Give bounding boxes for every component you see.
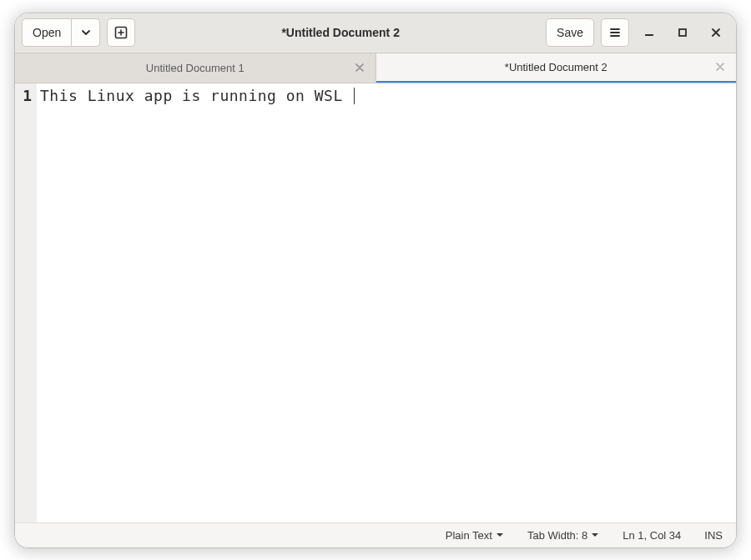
tab-bar: Untitled Document 1 *Untitled Document 2 — [15, 53, 736, 83]
editor-content: This Linux app is running on WSL — [40, 87, 352, 104]
close-button[interactable] — [703, 19, 729, 46]
editor-area: 1 This Linux app is running on WSL — [15, 83, 736, 522]
window-frame: Open *Untitled Document 2 Save — [15, 13, 736, 547]
open-button-group: Open — [22, 18, 100, 47]
window-title: *Untitled Document 2 — [135, 26, 546, 39]
minimize-button[interactable] — [636, 19, 663, 46]
language-selector[interactable]: Plain Text — [446, 529, 504, 542]
headerbar: Open *Untitled Document 2 Save — [15, 13, 736, 53]
minimize-icon — [643, 27, 655, 38]
new-tab-button[interactable] — [107, 18, 135, 47]
tab-width-selector[interactable]: Tab Width: 8 — [527, 529, 599, 542]
chevron-down-icon — [591, 531, 599, 539]
chevron-down-icon — [81, 28, 91, 38]
tab-untitled-1[interactable]: Untitled Document 1 — [15, 53, 376, 83]
tab-close-button[interactable] — [713, 59, 728, 74]
open-recent-button[interactable] — [72, 18, 100, 47]
chevron-down-icon — [496, 531, 504, 539]
status-bar: Plain Text Tab Width: 8 Ln 1, Col 34 INS — [15, 522, 736, 547]
svg-rect-1 — [679, 29, 686, 36]
text-editor[interactable]: This Linux app is running on WSL — [37, 83, 736, 522]
save-button-label: Save — [557, 26, 583, 39]
cursor-position-label: Ln 1, Col 34 — [622, 529, 681, 542]
line-number-gutter: 1 — [15, 83, 37, 522]
header-left-cluster: Open — [22, 18, 135, 47]
maximize-button[interactable] — [669, 19, 696, 46]
window: Open *Untitled Document 2 Save — [15, 13, 736, 547]
tab-label: Untitled Document 1 — [146, 62, 244, 74]
insert-mode-label: INS — [704, 529, 723, 542]
close-icon — [716, 63, 724, 71]
maximize-icon — [677, 27, 688, 38]
open-button-label: Open — [33, 26, 61, 39]
text-cursor — [354, 88, 355, 104]
hamburger-icon — [608, 26, 622, 39]
save-button[interactable]: Save — [546, 18, 594, 47]
open-button[interactable]: Open — [22, 18, 72, 47]
hamburger-menu-button[interactable] — [601, 18, 629, 47]
tab-label: *Untitled Document 2 — [505, 61, 607, 73]
close-icon — [710, 27, 722, 38]
tab-untitled-2[interactable]: *Untitled Document 2 — [376, 53, 737, 83]
line-number: 1 — [15, 87, 32, 104]
language-label: Plain Text — [446, 529, 492, 542]
tab-width-label: Tab Width: 8 — [527, 529, 587, 542]
new-tab-icon — [114, 26, 128, 39]
tab-close-button[interactable] — [352, 60, 367, 75]
cursor-position: Ln 1, Col 34 — [622, 529, 681, 542]
insert-mode-toggle[interactable]: INS — [704, 529, 723, 542]
close-icon — [355, 63, 364, 72]
header-right-cluster: Save — [546, 18, 729, 47]
